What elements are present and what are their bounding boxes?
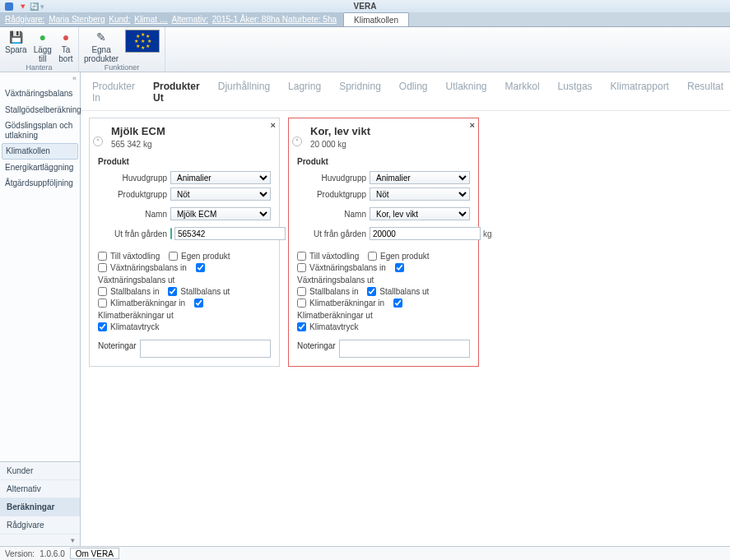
ribbon: 💾 Spara ● Läggtill ● Tabort Hantera ✎ Eg… bbox=[0, 27, 730, 72]
pencil-plus-icon: ✎ bbox=[94, 30, 109, 44]
about-button[interactable]: Om VERA bbox=[70, 548, 119, 559]
chk-klim-in[interactable] bbox=[297, 299, 306, 308]
tab-lagring[interactable]: Lagring bbox=[288, 81, 321, 104]
card-title: Kor, lev vikt bbox=[310, 125, 470, 137]
chevron-down-icon[interactable]: ▾ bbox=[0, 535, 80, 546]
chk-stall-in[interactable] bbox=[98, 287, 107, 296]
chk-till-vaxtodling[interactable] bbox=[297, 252, 306, 261]
sidebar-item-växtnäringsbalans[interactable]: Växtnäringsbalans bbox=[0, 86, 80, 102]
huvudgrupp-select[interactable]: Animalier bbox=[170, 171, 271, 184]
tab-klimatrapport[interactable]: Klimatrapport bbox=[611, 81, 669, 104]
chk-label: Klimatberäkningar ut bbox=[98, 311, 174, 320]
chk-label: Växtnäringsbalans in bbox=[110, 263, 187, 272]
chk-label: Klimatavtryck bbox=[309, 322, 358, 331]
tab-markkol[interactable]: Markkol bbox=[505, 81, 540, 104]
chk-klimatavtryck[interactable] bbox=[98, 322, 107, 331]
chk-klim-ut[interactable] bbox=[393, 299, 402, 308]
product-card[interactable]: × ˄ Kor, lev vikt 20 000 kg Produkt Huvu… bbox=[288, 118, 479, 367]
section-label: Produkt bbox=[297, 157, 470, 166]
remove-button[interactable]: ● Tabort bbox=[58, 30, 73, 63]
namn-select[interactable]: Mjölk ECM bbox=[170, 207, 271, 220]
breadcrumb: Rådgivare: Maria Stenberg Kund: Klimat …… bbox=[0, 12, 343, 26]
ut-fran-input[interactable] bbox=[370, 227, 481, 240]
huvudgrupp-select[interactable]: Animalier bbox=[370, 171, 470, 184]
chk-egen-produkt[interactable] bbox=[368, 252, 377, 261]
tab-resultat[interactable]: Resultat bbox=[687, 81, 723, 104]
sidebar-item-stallgödselberäkning[interactable]: Stallgödselberäkning bbox=[0, 102, 80, 118]
chk-stall-ut[interactable] bbox=[168, 287, 177, 296]
status-bar: Version: 1.0.6.0 Om VERA bbox=[0, 546, 730, 560]
ut-fran-input[interactable] bbox=[174, 227, 286, 240]
title-bar: 🔻 🔄 ▾ VERA bbox=[0, 0, 730, 12]
chk-label: Till växtodling bbox=[309, 252, 359, 261]
chk-vnb-ut[interactable] bbox=[395, 263, 404, 272]
tab-djurhållning[interactable]: Djurhållning bbox=[218, 81, 270, 104]
nav-kunder[interactable]: Kunder bbox=[0, 462, 80, 480]
add-button[interactable]: ● Läggtill bbox=[34, 30, 52, 63]
chk-label: Klimatberäkningar in bbox=[309, 299, 384, 308]
tab-utlakning[interactable]: Utlakning bbox=[446, 81, 487, 104]
chk-label: Klimatberäkningar in bbox=[110, 299, 185, 308]
sidebar-item-åtgärdsuppföljning[interactable]: Åtgärdsuppföljning bbox=[0, 175, 80, 192]
tab-produkter-in[interactable]: Produkter In bbox=[92, 81, 135, 104]
plus-icon: ● bbox=[35, 30, 50, 44]
chk-vnb-in[interactable] bbox=[297, 263, 306, 272]
card-subtitle: 20 000 kg bbox=[310, 140, 470, 149]
chk-label: Stallbalans in bbox=[110, 287, 159, 296]
card-title: Mjölk ECM bbox=[111, 125, 271, 137]
sidebar: « VäxtnäringsbalansStallgödselberäkningG… bbox=[0, 72, 81, 546]
chk-label: Stallbalans ut bbox=[180, 287, 230, 296]
product-card[interactable]: × ˄ Mjölk ECM 565 342 kg Produkt Huvudgr… bbox=[89, 118, 280, 367]
calc-icon[interactable] bbox=[170, 228, 172, 239]
chk-label: Växtnäringsbalans ut bbox=[98, 275, 174, 285]
own-products-button[interactable]: ✎ Egnaprodukter bbox=[84, 30, 119, 63]
chk-label: Klimatberäkningar ut bbox=[297, 311, 373, 320]
produktgrupp-select[interactable]: Nöt bbox=[370, 187, 470, 201]
close-icon[interactable]: × bbox=[271, 120, 276, 130]
tab-lustgas[interactable]: Lustgas bbox=[558, 81, 593, 104]
minus-icon: ● bbox=[58, 30, 73, 44]
chk-egen-produkt[interactable] bbox=[169, 252, 178, 261]
nav-rådgivare[interactable]: Rådgivare bbox=[0, 516, 80, 535]
namn-select[interactable]: Kor, lev vikt bbox=[370, 207, 470, 220]
produktgrupp-select[interactable]: Nöt bbox=[170, 187, 271, 201]
nav-beräkningar[interactable]: Beräkningar bbox=[0, 498, 80, 516]
sidebar-item-gödslingsplan-och-utlakning[interactable]: Gödslingsplan och utlakning bbox=[0, 118, 80, 143]
sidebar-item-energikartläggning[interactable]: Energikartläggning bbox=[0, 160, 80, 176]
tab-odling[interactable]: Odling bbox=[399, 81, 428, 104]
inner-nav: Produkter InProdukter UtDjurhållningLagr… bbox=[81, 72, 730, 111]
window-title: VERA bbox=[0, 2, 730, 11]
sidebar-collapse-icon[interactable]: « bbox=[0, 72, 80, 82]
chk-label: Klimatavtryck bbox=[110, 322, 159, 331]
noteringar-input[interactable] bbox=[339, 340, 470, 358]
close-icon[interactable]: × bbox=[470, 120, 475, 130]
chk-vnb-in[interactable] bbox=[98, 263, 107, 272]
chk-stall-in[interactable] bbox=[297, 287, 306, 296]
chk-label: Stallbalans in bbox=[309, 287, 358, 296]
chk-stall-ut[interactable] bbox=[367, 287, 376, 296]
collapse-icon[interactable]: ˄ bbox=[292, 137, 302, 146]
chk-klimatavtryck[interactable] bbox=[297, 322, 306, 331]
chk-klim-ut[interactable] bbox=[194, 299, 203, 308]
eu-flag-icon bbox=[125, 30, 160, 53]
chk-klim-in[interactable] bbox=[98, 299, 107, 308]
cards-area: × ˄ Mjölk ECM 565 342 kg Produkt Huvudgr… bbox=[81, 111, 730, 546]
chk-label: Egen produkt bbox=[181, 252, 230, 261]
noteringar-input[interactable] bbox=[140, 340, 271, 358]
tab-klimatkollen[interactable]: Klimatkollen bbox=[343, 12, 409, 26]
chk-till-vaxtodling[interactable] bbox=[98, 252, 107, 261]
collapse-icon[interactable]: ˄ bbox=[93, 137, 103, 146]
chk-label: Växtnäringsbalans ut bbox=[297, 275, 374, 285]
nav-alternativ[interactable]: Alternativ bbox=[0, 480, 80, 498]
chk-vnb-ut[interactable] bbox=[196, 263, 205, 272]
card-subtitle: 565 342 kg bbox=[111, 140, 271, 149]
chk-label: Till växtodling bbox=[110, 252, 160, 261]
tab-spridning[interactable]: Spridning bbox=[339, 81, 381, 104]
ribbon-group-label: Funktioner bbox=[84, 63, 160, 72]
eu-flag bbox=[125, 30, 160, 53]
sidebar-item-klimatkollen[interactable]: Klimatkollen bbox=[2, 143, 78, 160]
tab-produkter-ut[interactable]: Produkter Ut bbox=[153, 81, 200, 104]
save-button[interactable]: 💾 Spara bbox=[5, 30, 27, 55]
section-label: Produkt bbox=[98, 157, 271, 166]
ribbon-group-label: Hantera bbox=[5, 63, 73, 72]
